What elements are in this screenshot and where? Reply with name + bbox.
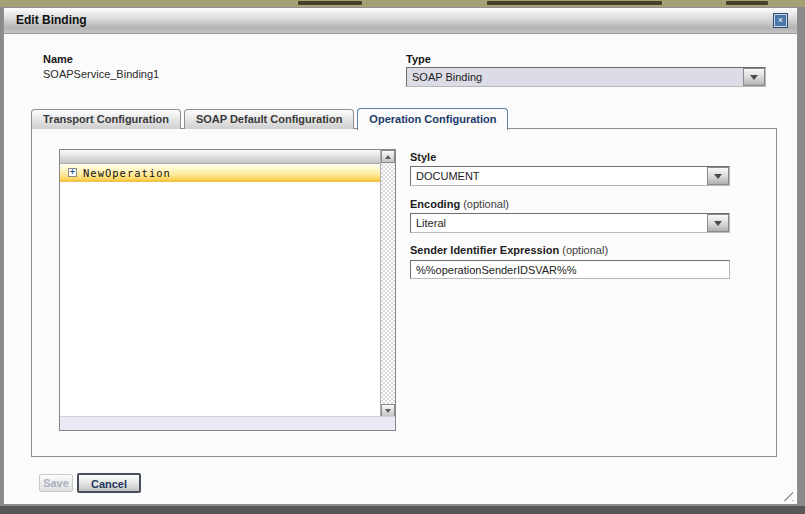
expand-icon[interactable]: + bbox=[68, 168, 77, 177]
tab-soap-default-configuration[interactable]: SOAP Default Configuration bbox=[184, 109, 354, 129]
name-label: Name bbox=[43, 53, 73, 65]
encoding-select[interactable]: Literal bbox=[410, 213, 730, 233]
scroll-up-button[interactable] bbox=[381, 150, 395, 163]
tab-label: Transport Configuration bbox=[43, 113, 169, 125]
encoding-optional-hint: (optional) bbox=[463, 198, 509, 210]
background-bottom-bar bbox=[0, 506, 805, 514]
tab-operation-configuration[interactable]: Operation Configuration bbox=[357, 108, 508, 130]
background-text-fragment bbox=[726, 1, 768, 5]
edit-binding-dialog: Edit Binding × Name SOAPService_Binding1… bbox=[3, 7, 798, 505]
type-label: Type bbox=[406, 53, 431, 65]
sender-identifier-label: Sender Identifier Expression (optional) bbox=[410, 244, 608, 256]
tree-footer bbox=[60, 416, 395, 430]
tree-item-label: NewOperation bbox=[83, 167, 171, 179]
background-text-fragment bbox=[298, 1, 362, 5]
sender-identifier-input[interactable] bbox=[410, 260, 730, 279]
resize-grip[interactable] bbox=[780, 488, 793, 501]
screen: { "window": { "title": "Edit Binding" },… bbox=[0, 0, 805, 514]
triangle-down-icon bbox=[385, 409, 391, 413]
close-icon: × bbox=[778, 15, 783, 25]
tab-transport-configuration[interactable]: Transport Configuration bbox=[31, 109, 181, 129]
dialog-titlebar: Edit Binding × bbox=[4, 8, 797, 34]
chevron-down-icon bbox=[714, 221, 722, 226]
name-value: SOAPService_Binding1 bbox=[43, 68, 159, 80]
style-select-arrow-button[interactable] bbox=[707, 167, 729, 185]
save-button-label: Save bbox=[43, 477, 69, 489]
sender-optional-hint: (optional) bbox=[562, 244, 608, 256]
background-text-fragment bbox=[487, 1, 662, 5]
type-select-value: SOAP Binding bbox=[412, 68, 741, 86]
tree-header bbox=[60, 150, 380, 164]
cancel-button[interactable]: Cancel bbox=[77, 473, 141, 493]
chevron-down-icon bbox=[714, 174, 722, 179]
background-page-strip bbox=[0, 0, 805, 7]
tab-label: SOAP Default Configuration bbox=[196, 113, 342, 125]
type-select-arrow-button[interactable] bbox=[743, 68, 765, 86]
tab-label: Operation Configuration bbox=[369, 113, 496, 125]
style-label: Style bbox=[410, 151, 436, 163]
triangle-up-icon bbox=[385, 155, 391, 159]
tree-item-newoperation[interactable]: + NewOperation bbox=[60, 164, 380, 182]
operation-configuration-panel: + NewOperation Style DOCUMENT Encoding (… bbox=[31, 128, 777, 457]
save-button[interactable]: Save bbox=[39, 474, 73, 492]
cancel-button-label: Cancel bbox=[91, 478, 127, 490]
dialog-title: Edit Binding bbox=[16, 8, 87, 33]
operations-tree: + NewOperation bbox=[59, 149, 396, 431]
close-button[interactable]: × bbox=[773, 13, 788, 28]
encoding-label: Encoding (optional) bbox=[410, 198, 509, 210]
chevron-down-icon bbox=[750, 75, 758, 80]
type-select[interactable]: SOAP Binding bbox=[406, 67, 766, 87]
tree-scrollbar[interactable] bbox=[380, 150, 395, 417]
encoding-select-arrow-button[interactable] bbox=[707, 214, 729, 232]
encoding-select-value: Literal bbox=[416, 214, 705, 232]
tab-strip: Transport Configuration SOAP Default Con… bbox=[31, 107, 508, 129]
style-select-value: DOCUMENT bbox=[416, 167, 705, 185]
style-select[interactable]: DOCUMENT bbox=[410, 166, 730, 186]
